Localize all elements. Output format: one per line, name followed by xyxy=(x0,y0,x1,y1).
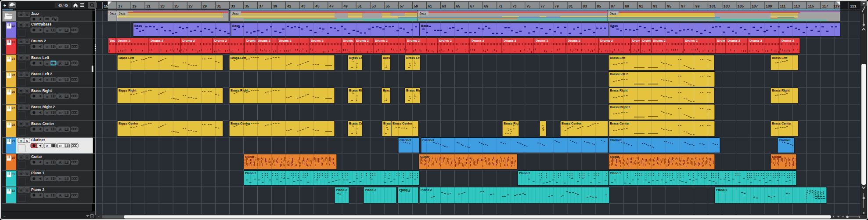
svg-text:Clarinet: Clarinet xyxy=(31,138,45,142)
svg-text:Piano 1: Piano 1 xyxy=(31,171,44,175)
svg-text:65: 65 xyxy=(456,4,461,8)
svg-text:69: 69 xyxy=(484,4,489,8)
svg-text:32: 32 xyxy=(11,189,15,192)
svg-text:77: 77 xyxy=(540,4,545,8)
svg-text:s: s xyxy=(26,156,28,159)
svg-text:Drums 2: Drums 2 xyxy=(407,39,420,43)
svg-text:R: R xyxy=(59,62,61,65)
svg-text:Piano 2: Piano 2 xyxy=(399,188,411,192)
svg-text:21: 21 xyxy=(146,4,151,8)
svg-text:41: 41 xyxy=(287,4,292,8)
svg-text:Bass: Bass xyxy=(421,24,429,28)
svg-text:Brass Center: Brass Center xyxy=(231,121,250,125)
svg-text:R: R xyxy=(59,128,61,131)
svg-text:Brass Left: Brass Left xyxy=(772,56,788,60)
svg-text:Clarinet: Clarinet xyxy=(400,138,411,142)
svg-text:22: 22 xyxy=(11,24,15,27)
svg-text:m: m xyxy=(20,139,22,142)
svg-text:Contrabass: Contrabass xyxy=(31,22,51,26)
svg-text:113: 113 xyxy=(794,4,800,8)
svg-text:Jazz: Jazz xyxy=(110,11,117,15)
svg-text:23: 23 xyxy=(11,40,15,44)
svg-text:e: e xyxy=(46,78,48,82)
svg-text:Jazz: Jazz xyxy=(31,11,39,16)
svg-text:m: m xyxy=(20,13,22,16)
svg-text:›: › xyxy=(833,214,834,219)
svg-text:R: R xyxy=(59,111,61,114)
svg-text:71: 71 xyxy=(498,4,503,8)
svg-text:R: R xyxy=(59,45,61,48)
svg-text:Drums 2: Drums 2 xyxy=(375,39,388,43)
svg-text:Brass Right: Brass Right xyxy=(610,88,628,92)
svg-text:25: 25 xyxy=(174,4,179,8)
svg-text:m: m xyxy=(20,106,22,109)
svg-text:e: e xyxy=(46,128,48,132)
svg-text:Drums 2: Drums 2 xyxy=(536,39,548,43)
svg-text:s: s xyxy=(26,73,28,76)
svg-text:s: s xyxy=(26,172,28,175)
svg-text:e: e xyxy=(46,161,48,165)
svg-text:17: 17 xyxy=(118,4,122,8)
svg-text:m: m xyxy=(20,122,22,125)
svg-text:m: m xyxy=(20,23,22,26)
svg-text:93: 93 xyxy=(653,4,658,8)
svg-text:s: s xyxy=(26,56,28,59)
svg-text:Clarinet: Clarinet xyxy=(610,138,622,142)
svg-text:35: 35 xyxy=(245,4,249,8)
svg-text:R: R xyxy=(59,78,61,81)
svg-text:Brass Center: Brass Center xyxy=(562,121,581,125)
svg-text:Brass Center: Brass Center xyxy=(31,121,54,126)
svg-text:m: m xyxy=(20,172,22,175)
svg-text:s: s xyxy=(26,89,28,92)
svg-text:30: 30 xyxy=(11,156,15,159)
svg-text:Piano 1: Piano 1 xyxy=(519,171,530,175)
svg-text:53: 53 xyxy=(371,4,376,8)
svg-text:Drums 2: Drums 2 xyxy=(600,39,613,43)
svg-text:Brass Right: Brass Right xyxy=(119,88,137,92)
svg-text:61: 61 xyxy=(428,4,432,8)
svg-text:29: 29 xyxy=(203,4,207,8)
svg-text:83: 83 xyxy=(583,4,587,8)
svg-text:43: 43 xyxy=(301,4,306,8)
svg-text:Drums 2: Drums 2 xyxy=(182,39,195,43)
svg-text:Drums 2: Drums 2 xyxy=(118,39,130,43)
svg-text:Guitar: Guitar xyxy=(31,154,42,159)
svg-text:47: 47 xyxy=(329,4,334,8)
svg-text:87: 87 xyxy=(611,4,615,8)
svg-text:57: 57 xyxy=(400,4,404,8)
svg-text:e: e xyxy=(46,194,48,198)
svg-text:Drums 2: Drums 2 xyxy=(31,39,46,43)
svg-text:51: 51 xyxy=(357,4,362,8)
svg-text:s: s xyxy=(26,13,28,16)
svg-text:33: 33 xyxy=(231,4,235,8)
svg-text:e: e xyxy=(46,62,48,66)
svg-text:Bass: Bass xyxy=(232,24,240,28)
svg-text:R: R xyxy=(59,29,61,32)
svg-text:89: 89 xyxy=(625,4,629,8)
svg-text:‹: ‹ xyxy=(98,214,100,219)
svg-text:115: 115 xyxy=(808,4,814,8)
svg-text:Piano 2: Piano 2 xyxy=(31,187,44,192)
svg-text:119: 119 xyxy=(833,4,839,8)
svg-text:26: 26 xyxy=(11,90,15,93)
svg-text:m: m xyxy=(20,73,22,76)
svg-text:45 / 45: 45 / 45 xyxy=(58,4,68,7)
svg-text:45: 45 xyxy=(315,4,320,8)
svg-text:e: e xyxy=(46,29,48,33)
svg-text:Jazz: Jazz xyxy=(119,11,126,15)
svg-text:27: 27 xyxy=(11,106,15,110)
svg-text:75: 75 xyxy=(526,4,531,8)
svg-text:Drums 2: Drums 2 xyxy=(258,39,270,43)
svg-text:31: 31 xyxy=(217,4,221,8)
svg-text:Brass Left: Brass Left xyxy=(119,56,134,60)
svg-text:Brass Left: Brass Left xyxy=(406,56,422,60)
svg-text:Brass Left: Brass Left xyxy=(31,55,49,60)
svg-text:Drums 2: Drums 2 xyxy=(214,39,227,43)
svg-text:39: 39 xyxy=(273,4,277,8)
svg-text:+: + xyxy=(858,215,861,219)
svg-text:–: – xyxy=(4,214,6,218)
svg-text:+: + xyxy=(4,3,7,8)
svg-text:m: m xyxy=(20,189,22,192)
svg-text:25: 25 xyxy=(11,73,15,77)
svg-text:Piano 1: Piano 1 xyxy=(610,171,621,175)
